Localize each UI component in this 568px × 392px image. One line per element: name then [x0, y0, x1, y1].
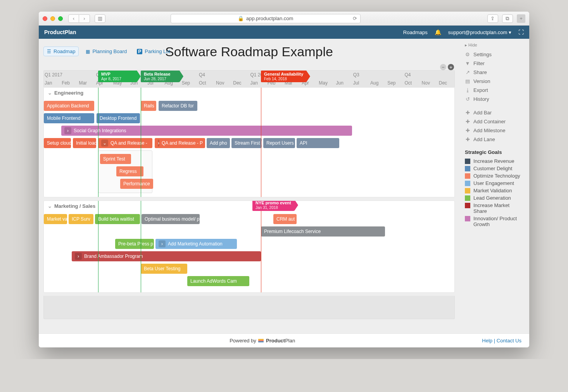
bar-mobile-frontend[interactable]: Mobile Frontend	[44, 113, 94, 123]
legend-item[interactable]: Lead Generation	[465, 194, 524, 202]
bar-premium-lifecoach[interactable]: Premium Lifecoach Service	[261, 226, 385, 237]
bar-prebeta-press[interactable]: Pre-beta Press p	[115, 239, 154, 249]
month-label: Nov	[216, 80, 224, 86]
notifications-icon[interactable]: 🔔	[435, 29, 441, 35]
nav-roadmaps[interactable]: Roadmaps	[403, 29, 428, 35]
help-link[interactable]: Help	[482, 338, 492, 344]
side-share[interactable]: ↗Share	[465, 68, 524, 77]
zoom-in-button[interactable]: +	[448, 64, 454, 70]
bar-marketing-automation[interactable]: ›Add Marketing Automation	[155, 239, 237, 249]
plus-icon: ✚	[465, 119, 470, 124]
legend-swatch	[465, 173, 470, 179]
bar-refactor-db[interactable]: Refactor DB for	[159, 101, 197, 111]
tab-roadmap[interactable]: ☰Roadmap	[43, 47, 79, 56]
contact-link[interactable]: Contact Us	[497, 338, 521, 344]
legend-item[interactable]: Customer Delight	[465, 165, 524, 172]
bar-launch-adwords[interactable]: Launch AdWords Cam	[187, 276, 249, 286]
side-settings[interactable]: ⚙Settings	[465, 50, 524, 59]
fullscreen-icon[interactable]: ⛶	[518, 29, 524, 35]
legend-label: Market Validation	[473, 188, 512, 193]
expand-icon[interactable]: ›	[64, 127, 71, 134]
expand-icon[interactable]: ›	[159, 240, 166, 247]
month-label: Dec	[439, 80, 447, 86]
bar-app-backend[interactable]: Application Backend	[44, 101, 94, 111]
side-export[interactable]: ⭳Export	[465, 86, 524, 95]
legend-label: Customer Delight	[473, 166, 512, 171]
add-milestone[interactable]: ✚Add Milestone	[465, 126, 524, 135]
window-controls[interactable]	[43, 16, 63, 21]
legend: Increase RevenueCustomer DelightOptimize…	[465, 157, 524, 228]
bar-optimal-model[interactable]: Optimal business model/ pr	[142, 214, 200, 224]
bar-crm-aut[interactable]: CRM aut	[273, 214, 297, 224]
tab-planning-board[interactable]: ▦Planning Board	[83, 47, 130, 56]
bar-desktop-frontend[interactable]: Desktop Frontend	[97, 113, 140, 123]
month-label: Jul	[353, 80, 359, 86]
footer: Help | Contact Us Powered by ProductPlan	[39, 333, 529, 347]
zoom-out-button[interactable]: −	[440, 64, 446, 70]
bar-icp-survey[interactable]: ICP Surv	[69, 214, 93, 224]
legend-item[interactable]: Increase Market Share	[465, 202, 524, 215]
legend-item[interactable]: User Engagement	[465, 180, 524, 187]
add-bar[interactable]: ✚Add Bar	[465, 108, 524, 117]
legend-swatch	[465, 203, 470, 208]
bar-market-val[interactable]: Market val	[44, 214, 67, 224]
milestone-nye[interactable]: NYE promo eventJan 31, 2018	[252, 200, 294, 211]
forward-button[interactable]: ›	[79, 14, 90, 23]
reload-icon[interactable]: ⟳	[353, 16, 357, 21]
user-menu[interactable]: support@productplan.com ▾	[448, 29, 511, 35]
history-icon: ↺	[465, 96, 470, 102]
view-tabs: ☰Roadmap ▦Planning Board PParking Lot	[43, 47, 173, 56]
bar-rails[interactable]: Rails	[141, 101, 156, 111]
brand-logo[interactable]: ProductPlan	[44, 29, 76, 35]
browser-window: ‹ › ▥ 🔒 app.productplan.com ⟳ ⇪ ⧉ + Prod…	[39, 12, 529, 347]
chevron-down-icon[interactable]: ⌄	[48, 203, 52, 209]
expand-icon[interactable]: ›	[75, 253, 82, 260]
download-icon: ⭳	[465, 87, 470, 93]
month-label: Oct	[404, 80, 412, 86]
bar-add-pho[interactable]: Add pho	[207, 138, 230, 148]
expand-icon[interactable]: ›	[158, 140, 159, 147]
tab-parking-lot[interactable]: PParking Lot	[134, 47, 173, 56]
legend-item[interactable]: Innovation/ Product Growth	[465, 215, 524, 228]
legend-label: Increase Market Share	[473, 202, 524, 214]
legend-item[interactable]: Optimize Technology	[465, 172, 524, 180]
collapse-icon[interactable]: ⌄	[101, 140, 108, 147]
milestone-mvp[interactable]: MVPApr 8, 2017	[98, 71, 137, 82]
bar-social-graph[interactable]: ›Social Graph Integrations	[61, 126, 352, 136]
legend-item[interactable]: Market Validation	[465, 187, 524, 194]
zoom-window-icon[interactable]	[58, 16, 63, 21]
address-bar[interactable]: 🔒 app.productplan.com ⟳	[171, 14, 361, 23]
sidebar-toggle-button[interactable]: ▥	[95, 14, 105, 23]
side-filter[interactable]: ▼Filter	[465, 59, 524, 68]
bar-report-users[interactable]: Report Users	[263, 138, 295, 148]
add-container[interactable]: ✚Add Container	[465, 117, 524, 126]
bar-stream-first[interactable]: Stream First D	[231, 138, 262, 148]
bar-brand-ambassador[interactable]: ›Brand Ambassador Program	[72, 251, 261, 261]
version-icon: ▤	[465, 78, 470, 84]
side-version[interactable]: ▤Version	[465, 77, 524, 86]
bar-qa-release-2[interactable]: ›QA and Release - P	[155, 138, 205, 148]
milestone-ga[interactable]: General AvailabilityFeb 14, 2018	[261, 71, 306, 82]
bar-qa-release-1[interactable]: ⌄QA and Release -	[98, 138, 152, 148]
close-window-icon[interactable]	[43, 16, 47, 21]
side-history[interactable]: ↺History	[465, 95, 524, 104]
bar-setup-cloud[interactable]: Setup cloud	[44, 138, 71, 148]
share-icon[interactable]: ⇪	[487, 14, 498, 23]
bar-beta-waitlist[interactable]: Build beta waitlist	[95, 214, 140, 224]
bar-api[interactable]: API	[297, 138, 339, 148]
new-tab-button[interactable]: +	[517, 14, 525, 23]
milestone-beta[interactable]: Beta ReleaseJun 28, 2017	[141, 71, 180, 82]
add-lane[interactable]: ✚Add Lane	[465, 135, 524, 144]
back-button[interactable]: ‹	[68, 14, 79, 23]
tabs-icon[interactable]: ⧉	[502, 14, 513, 23]
bar-performance[interactable]: Performance	[120, 179, 153, 189]
legend-item[interactable]: Increase Revenue	[465, 157, 524, 165]
bar-beta-user-testing[interactable]: Beta User Testing	[141, 264, 187, 274]
bar-regress[interactable]: Regress	[116, 166, 143, 176]
quarter-label: Q4	[404, 72, 411, 78]
minimize-window-icon[interactable]	[50, 16, 55, 21]
bar-initial-load[interactable]: Initial load	[73, 138, 96, 148]
hide-panel-button[interactable]: ▸ Hide	[465, 43, 524, 48]
bar-sprint-test[interactable]: Sprint Test	[100, 154, 131, 164]
chevron-down-icon[interactable]: ⌄	[48, 90, 52, 96]
